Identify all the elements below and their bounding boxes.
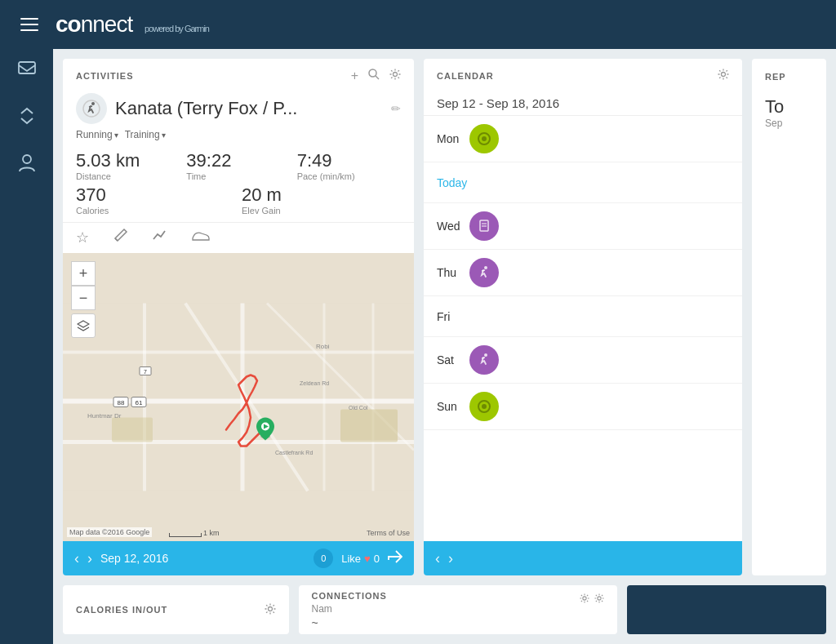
zoom-in-button[interactable]: + [71,261,96,286]
top-bar: connect powered by Garmin [0,0,836,49]
reports-card: REP To Sep [752,59,826,575]
day-activity-wed[interactable] [469,211,499,241]
svg-text:Huntmar Dr: Huntmar Dr [87,412,122,420]
day-label-sat: Sat [437,353,469,366]
ham-line-3 [20,29,38,31]
day-activity-mon[interactable] [469,124,499,153]
training-tag[interactable]: Training [125,129,166,140]
stat-calories-value: 370 [76,184,235,206]
day-activity-thu[interactable] [469,258,499,287]
stat-elev: 20 m Elev Gain [242,184,401,215]
search-activity-button[interactable] [368,69,380,83]
share-button[interactable] [388,550,402,567]
calendar-day-sun[interactable]: Sun [424,384,742,430]
svg-point-45 [582,597,585,600]
bottom-cards-row: CALORIES IN/OUT CONNECTIONS Nam ~ [63,585,826,634]
comments-badge[interactable]: 0 [314,549,333,568]
sidebar-icon-inbox[interactable] [18,61,36,82]
sidebar-icon-arrows[interactable] [18,107,36,130]
app-logo: connect powered by Garmin [56,11,209,38]
day-label-mon: Mon [437,132,469,145]
reports-sub: Sep [765,118,813,129]
stat-calories-label: Calories [76,206,235,215]
map-terms[interactable]: Terms of Use [367,529,410,537]
calendar-day-thu[interactable]: Thu [424,250,742,296]
stat-elev-label: Elev Gain [242,206,401,215]
heart-icon: ♥ [364,553,371,565]
calendar-days: Mon Today Wed Thu [424,116,742,541]
calendar-header-icons [718,69,729,83]
day-activity-sat[interactable] [469,345,499,375]
day-label-wed: Wed [437,220,469,233]
svg-point-43 [482,404,487,409]
prev-week-button[interactable]: ‹ [435,550,440,567]
activity-actions: ☆ [63,222,414,253]
reports-value: To [765,96,813,118]
next-activity-button[interactable]: › [87,550,92,567]
chart-button[interactable] [153,228,167,246]
shoe-button[interactable] [192,229,210,246]
main-content: ACTIVITIES + Kanata (Terry Fox / [53,49,836,644]
calendar-day-today[interactable]: Today [424,162,742,203]
connections-settings-btn1[interactable] [580,593,589,606]
day-label-today: Today [437,176,469,189]
calendar-bottom-bar: ‹ › [424,541,742,575]
svg-point-4 [394,73,398,77]
day-label-fri: Fri [437,310,469,323]
activity-name[interactable]: Kanata (Terry Fox / P... [115,98,383,119]
sidebar-icon-person[interactable] [19,154,35,177]
sidebar [0,49,53,644]
next-week-button[interactable]: › [448,550,453,567]
activity-tags: Running Training [76,126,401,144]
calendar-day-sat[interactable]: Sat [424,337,742,384]
map-attribution: Map data ©2016 Google [67,527,152,537]
edit-activity-button[interactable]: ✏ [391,102,401,115]
stat-pace-value: 7:49 [297,150,401,171]
add-activity-button[interactable]: + [351,69,358,83]
svg-text:61: 61 [136,399,143,406]
activities-card: ACTIVITIES + Kanata (Terry Fox / [63,59,414,575]
hamburger-menu[interactable] [16,14,42,35]
dark-panel [627,585,827,634]
calendar-day-mon[interactable]: Mon [424,116,742,162]
stat-distance-value: 5.03 km [76,150,180,171]
calories-settings[interactable] [265,603,276,617]
stat-time-value: 39:22 [186,150,290,171]
calendar-day-fri[interactable]: Fri [424,296,742,337]
running-tag[interactable]: Running [76,129,118,140]
connections-title: CONNECTIONS [312,591,387,601]
activity-bottom-bar: ‹ › Sep 12, 2016 0 Like ♥ 0 [63,541,414,575]
favorite-button[interactable]: ☆ [76,229,89,246]
day-label-sun: Sun [437,400,469,413]
calendar-day-wed[interactable]: Wed [424,203,742,250]
like-section[interactable]: Like ♥ 0 [341,553,380,565]
connections-settings-btn2[interactable] [594,593,604,606]
calendar-card-header: CALENDAR [424,59,742,90]
calendar-settings-button[interactable] [718,69,729,83]
map-controls: + − [71,261,96,338]
prev-activity-button[interactable]: ‹ [74,550,79,567]
day-activity-sun[interactable] [469,392,499,421]
connections-name: Nam [312,603,387,615]
layers-button[interactable] [71,313,96,338]
reports-card-header: REP [752,59,826,90]
zoom-out-button[interactable]: − [71,286,96,310]
ham-line-2 [20,24,38,25]
activities-settings-button[interactable] [389,69,401,83]
stat-pace-label: Pace (min/km) [297,171,401,181]
edit-button[interactable] [113,228,128,246]
bottom-right-cards: CONNECTIONS Nam ~ [299,585,617,634]
svg-line-3 [376,76,379,79]
svg-point-2 [369,69,376,77]
svg-text:88: 88 [118,399,125,406]
activity-map[interactable]: Huntmar Dr Robi Castlefrank Rd Old Col Z… [63,253,414,541]
activity-info: Kanata (Terry Fox / P... ✏ Running Train… [63,90,414,144]
stat-elev-value: 20 m [242,184,401,206]
svg-point-46 [597,597,600,600]
svg-rect-17 [340,410,398,442]
svg-point-44 [268,606,272,611]
svg-text:Castlefrank Rd: Castlefrank Rd [275,450,313,455]
map-scale: 1 km [169,529,220,537]
activities-title: ACTIVITIES [76,71,134,81]
reports-title: REP [765,72,786,82]
